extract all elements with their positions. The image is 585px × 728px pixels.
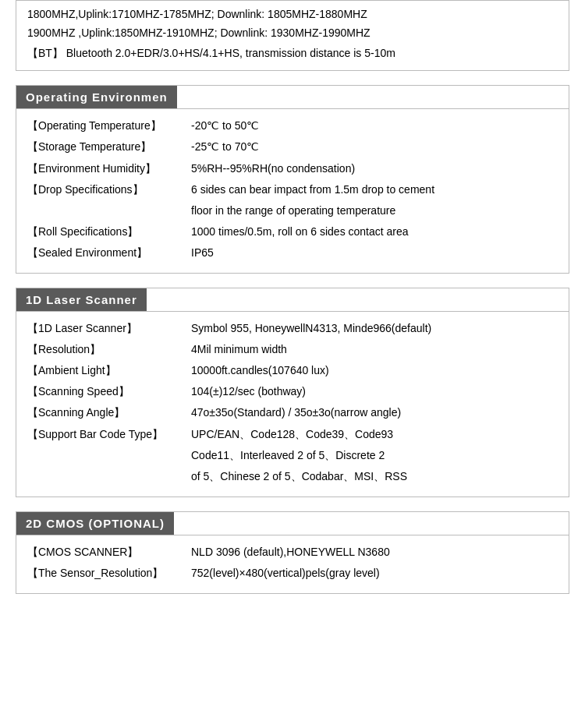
spec-row: 【Scanning Angle】47o±35o(Standard) / 35o±…	[27, 404, 558, 422]
spec-row: 【Scanning Speed】104(±)12/sec (bothway)	[27, 383, 558, 401]
sections-container: Operating Environmen【Operating Temperatu…	[0, 85, 585, 594]
spec-value: 5%RH--95%RH(no condensation)	[191, 160, 558, 178]
spec-label: 【CMOS SCANNER】	[27, 543, 191, 561]
spec-value: 1000 times/0.5m, roll on 6 sides contact…	[191, 223, 558, 241]
spec-label: 【Scanning Angle】	[27, 404, 191, 422]
spec-row: 【Support Bar Code Type】UPC/EAN、Code128、C…	[27, 426, 558, 444]
section-header-wrapper-2d-cmos: 2D CMOS (OPTIONAL)	[16, 511, 569, 535]
spec-label: 【The Sensor_Resolution】	[27, 564, 191, 582]
section-title-laser-scanner: 1D Laser Scanner	[16, 288, 147, 311]
spec-value: NLD 3096 (default),HONEYWELL N3680	[191, 543, 558, 561]
spec-value: UPC/EAN、Code128、Code39、Code93	[191, 426, 558, 444]
bt-value: Bluetooth 2.0+EDR/3.0+HS/4.1+HS, transmi…	[66, 47, 395, 59]
spec-row: 【Operating Temperature】-20℃ to 50℃	[27, 117, 558, 135]
spec-row: 【Sealed Environment】IP65	[27, 244, 558, 262]
spec-label: 【Ambient Light】	[27, 362, 191, 380]
spec-row: 【Environment Humidity】5%RH--95%RH(no con…	[27, 160, 558, 178]
freq-line2: 1900MHZ ,Uplink:1850MHZ-1910MHZ; Downlin…	[27, 24, 558, 43]
spec-value-continuation2: of 5、Chinese 2 of 5、Codabar、MSI、RSS	[191, 468, 558, 486]
spec-row: 【1D Laser Scanner】Symbol 955, HoneywellN…	[27, 320, 558, 337]
section-title-operating-environment: Operating Environmen	[16, 86, 177, 108]
bt-label: 【BT】	[27, 47, 63, 59]
spec-label: 【Storage Temperature】	[27, 138, 191, 156]
spec-value: Symbol 955, HoneywellN4313, Minde966(def…	[191, 320, 558, 337]
spec-row: 【CMOS SCANNER】NLD 3096 (default),HONEYWE…	[27, 543, 558, 561]
spec-value: 10000ft.candles(107640 lux)	[191, 362, 558, 380]
spec-row: 【Roll Specifications】1000 times/0.5m, ro…	[27, 223, 558, 241]
section-content-2d-cmos: 【CMOS SCANNER】NLD 3096 (default),HONEYWE…	[16, 535, 569, 594]
spec-value: -25℃ to 70℃	[191, 138, 558, 156]
section-laser-scanner: 1D Laser Scanner【1D Laser Scanner】Symbol…	[16, 288, 569, 497]
spec-value: 104(±)12/sec (bothway)	[191, 383, 558, 401]
spec-value: IP65	[191, 244, 558, 262]
section-title-2d-cmos: 2D CMOS (OPTIONAL)	[16, 512, 174, 535]
bt-row: 【BT】 Bluetooth 2.0+EDR/3.0+HS/4.1+HS, tr…	[27, 44, 558, 63]
spec-row: 【Drop Specifications】6 sides can bear im…	[27, 181, 558, 199]
spec-label: 【Drop Specifications】	[27, 181, 191, 199]
spec-label: 【Scanning Speed】	[27, 383, 191, 401]
spec-value-continuation: floor in the range of operating temperat…	[191, 202, 558, 220]
spec-label: 【1D Laser Scanner】	[27, 320, 191, 337]
spec-value: 47o±35o(Standard) / 35o±3o(narrow angle)	[191, 404, 558, 422]
section-content-operating-environment: 【Operating Temperature】-20℃ to 50℃【Stora…	[16, 108, 569, 274]
page-wrapper: 1800MHZ,Uplink:1710MHZ-1785MHZ; Downlink…	[0, 0, 585, 594]
top-block: 1800MHZ,Uplink:1710MHZ-1785MHZ; Downlink…	[16, 0, 569, 71]
spec-value: 6 sides can bear impact from 1.5m drop t…	[191, 181, 558, 199]
spec-row: 【Ambient Light】10000ft.candles(107640 lu…	[27, 362, 558, 380]
spec-value: 752(level)×480(vertical)pels(gray level)	[191, 564, 558, 582]
freq-line1: 1800MHZ,Uplink:1710MHZ-1785MHZ; Downlink…	[27, 5, 558, 24]
section-content-laser-scanner: 【1D Laser Scanner】Symbol 955, HoneywellN…	[16, 311, 569, 497]
section-operating-environment: Operating Environmen【Operating Temperatu…	[16, 85, 569, 274]
spec-label: 【Sealed Environment】	[27, 244, 191, 262]
spec-row: 【Resolution】4Mil minimum width	[27, 341, 558, 359]
spec-label: 【Operating Temperature】	[27, 117, 191, 135]
spec-row: 【The Sensor_Resolution】752(level)×480(ve…	[27, 564, 558, 582]
spec-label: 【Resolution】	[27, 341, 191, 359]
spec-label: 【Roll Specifications】	[27, 223, 191, 241]
spec-label: 【Environment Humidity】	[27, 160, 191, 178]
spec-value: -20℃ to 50℃	[191, 117, 558, 135]
spec-row: 【Storage Temperature】-25℃ to 70℃	[27, 138, 558, 156]
spec-label: 【Support Bar Code Type】	[27, 426, 191, 444]
section-header-wrapper-laser-scanner: 1D Laser Scanner	[16, 288, 569, 311]
section-2d-cmos: 2D CMOS (OPTIONAL)【CMOS SCANNER】NLD 3096…	[16, 511, 569, 594]
spec-value-continuation: Code11、Interleaved 2 of 5、Discrete 2	[191, 447, 558, 465]
spec-value: 4Mil minimum width	[191, 341, 558, 359]
section-header-wrapper-operating-environment: Operating Environmen	[16, 85, 569, 108]
